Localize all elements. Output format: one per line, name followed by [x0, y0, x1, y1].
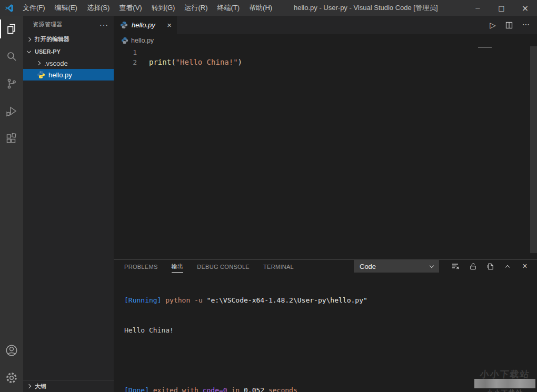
code-token-function: print	[149, 58, 171, 66]
chevron-down-icon	[430, 263, 434, 267]
python-file-icon	[120, 21, 128, 29]
title-bar: 文件(F) 编辑(E) 选择(S) 查看(V) 转到(G) 运行(R) 终端(T…	[0, 0, 537, 16]
output-token-done: [Done]	[124, 386, 153, 392]
code-editor[interactable]: 1 2 print("Hello China!")	[114, 46, 537, 259]
sidebar-title: 资源管理器	[33, 21, 63, 28]
folder-label: .vscode	[44, 59, 68, 67]
explorer-icon[interactable]	[0, 16, 23, 42]
split-editor-icon[interactable]	[505, 22, 513, 29]
output-token-running: [Running]	[124, 296, 165, 304]
outline-section[interactable]: 大纲	[23, 380, 114, 392]
chevron-right-icon	[36, 61, 41, 65]
python-file-icon	[37, 71, 45, 79]
unlock-icon[interactable]	[468, 262, 478, 271]
run-and-debug-icon[interactable]	[0, 98, 23, 124]
code-line-1: 1	[114, 47, 537, 57]
more-actions-icon[interactable]: ···	[100, 21, 108, 29]
output-line-done: [Done] exited with code=0 in 0.052 secon…	[124, 385, 537, 392]
close-tab-icon[interactable]: ×	[167, 21, 172, 29]
tab-problems[interactable]: PROBLEMS	[124, 262, 158, 272]
sidebar-item-hello-py[interactable]: hello.py	[23, 69, 114, 81]
workspace-folder-section[interactable]: USER-PY	[23, 45, 114, 57]
output-line-result: Hello China!	[124, 325, 537, 335]
output-token-exited: exited with	[153, 386, 203, 392]
tab-terminal[interactable]: TERMINAL	[263, 262, 294, 272]
menu-view[interactable]: 查看(V)	[114, 0, 146, 16]
tab-label: hello.py	[132, 21, 155, 29]
menu-help[interactable]: 帮助(H)	[244, 0, 277, 16]
outline-label: 大纲	[35, 383, 46, 390]
clear-output-icon[interactable]	[451, 262, 460, 271]
output-token-result: Hello China!	[124, 326, 174, 334]
chevron-down-icon	[27, 48, 31, 53]
workspace-folder-label: USER-PY	[35, 48, 61, 55]
settings-gear-icon[interactable]	[0, 364, 23, 392]
chevron-right-icon	[27, 384, 31, 388]
breadcrumb[interactable]: hello.py	[114, 34, 537, 46]
output-token-code: code=0	[203, 386, 227, 392]
run-button[interactable]: ▷	[490, 21, 496, 30]
tab-output[interactable]: 输出	[172, 260, 184, 273]
extensions-icon[interactable]	[0, 125, 23, 152]
bottom-panel: PROBLEMS 输出 DEBUG CONSOLE TERMINAL Code	[114, 259, 537, 392]
breadcrumb-item[interactable]: hello.py	[131, 37, 154, 44]
output-channel-value: Code	[360, 263, 376, 270]
more-actions-icon[interactable]: ···	[522, 21, 530, 30]
line-number: 1	[114, 47, 137, 57]
open-editors-section[interactable]: 打开的编辑器	[23, 33, 114, 45]
tab-hello-py[interactable]: hello.py ×	[114, 16, 177, 34]
output-token-time: 0.052	[244, 386, 264, 392]
output-line-running: [Running] python -u "e:\VSCode-x64-1.48.…	[124, 295, 537, 305]
tab-debug-console[interactable]: DEBUG CONSOLE	[197, 262, 250, 272]
sidebar-item-vscode-folder[interactable]: .vscode	[23, 57, 114, 69]
output-token-in: in	[227, 386, 244, 392]
output-token-seconds: seconds	[264, 386, 297, 392]
vscode-window: 文件(F) 编辑(E) 选择(S) 查看(V) 转到(G) 运行(R) 终端(T…	[0, 0, 537, 392]
open-in-editor-icon[interactable]	[485, 262, 495, 271]
chevron-right-icon	[27, 37, 31, 41]
search-icon[interactable]	[0, 43, 23, 69]
code-line-2: 2 print("Hello China!")	[114, 57, 537, 67]
menu-file[interactable]: 文件(F)	[18, 0, 50, 16]
close-button[interactable]: ×	[513, 0, 537, 16]
menu-edit[interactable]: 编辑(E)	[50, 0, 82, 16]
panel-header: PROBLEMS 输出 DEBUG CONSOLE TERMINAL Code	[114, 260, 537, 273]
window-title: hello.py - User-py - Visual Studio Code …	[294, 0, 438, 16]
code-token-paren: )	[238, 58, 242, 66]
maximize-button[interactable]: □	[490, 0, 513, 16]
output-channel-select[interactable]: Code	[354, 260, 439, 273]
output-console[interactable]: [Running] python -u "e:\VSCode-x64-1.48.…	[114, 273, 537, 392]
minimize-button[interactable]: ─	[466, 0, 490, 16]
output-token-command: python -u	[165, 296, 206, 304]
menu-terminal[interactable]: 终端(T)	[212, 0, 244, 16]
account-icon[interactable]	[0, 337, 23, 364]
maximize-panel-icon[interactable]	[503, 262, 512, 271]
line-number: 2	[114, 57, 137, 67]
editor-tab-bar: hello.py × ▷ ···	[114, 16, 537, 34]
code-token-paren: (	[171, 58, 175, 66]
menu-go[interactable]: 转到(G)	[147, 0, 180, 16]
editor-group: hello.py × ▷ ···	[114, 16, 537, 392]
menu-run[interactable]: 运行(R)	[180, 0, 212, 16]
minimap[interactable]	[475, 46, 506, 49]
output-line-blank	[124, 355, 537, 365]
menu-selection[interactable]: 选择(S)	[82, 0, 114, 16]
sidebar-explorer: 资源管理器 ··· 打开的编辑器 USER-PY .vscode	[23, 16, 114, 392]
code-token-string: "Hello China!"	[176, 58, 238, 66]
activity-bar	[0, 16, 23, 392]
file-label: hello.py	[48, 71, 72, 79]
vscode-logo-icon	[0, 0, 18, 16]
close-panel-icon[interactable]: ×	[520, 262, 530, 271]
python-file-icon	[121, 37, 128, 44]
source-control-icon[interactable]	[0, 71, 23, 97]
editor-scrollbar[interactable]	[530, 46, 537, 253]
output-token-path: "e:\VSCode-x64-1.48.2\User-py\hello.py"	[207, 296, 367, 304]
open-editors-label: 打开的编辑器	[35, 35, 69, 43]
